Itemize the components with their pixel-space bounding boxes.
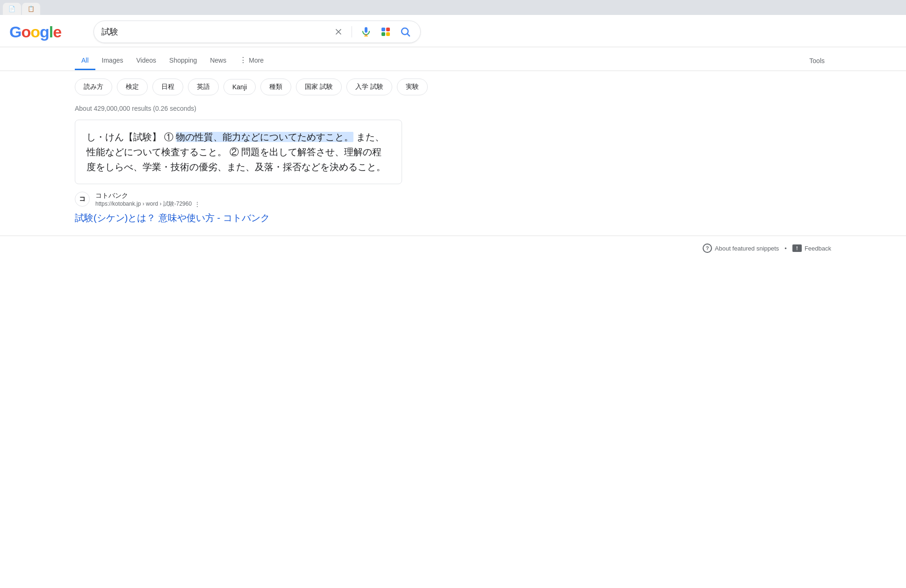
tab-images[interactable]: Images — [95, 52, 130, 70]
browser-tabs: 📄 📋 — [0, 0, 906, 15]
results-info: About 429,000,000 results (0.26 seconds) — [0, 103, 906, 120]
tab-more[interactable]: ⋮ More — [233, 51, 270, 71]
lens-button[interactable] — [378, 24, 393, 39]
footer-dot-separator: • — [784, 245, 787, 252]
snippet-text-before: し・けん【試験】 ① — [86, 132, 176, 142]
browser-tab-2[interactable]: 📋 — [22, 3, 40, 15]
svg-rect-2 — [386, 28, 390, 31]
tab-news[interactable]: News — [203, 52, 233, 70]
question-circle-icon: ? — [703, 244, 712, 253]
svg-rect-3 — [381, 32, 385, 36]
logo-o1: o — [21, 23, 30, 41]
chip-jikken[interactable]: 実験 — [397, 79, 428, 95]
chip-shurui[interactable]: 種類 — [260, 79, 291, 95]
tab-shopping[interactable]: Shopping — [163, 52, 203, 70]
voice-search-button[interactable] — [359, 24, 374, 39]
tab-all[interactable]: All — [75, 52, 95, 70]
source-row: コ コトバンク https://kotobank.jp › word › 試験-… — [75, 192, 402, 208]
source-name: コトバンク — [95, 192, 200, 200]
logo-e: e — [53, 23, 61, 41]
search-bar — [93, 21, 421, 43]
nav-tabs: All Images Videos Shopping News ⋮ More T… — [0, 47, 906, 71]
chip-yomikata[interactable]: 読み方 — [75, 79, 112, 95]
source-info: コトバンク https://kotobank.jp › word › 試験-72… — [95, 192, 200, 208]
result-link[interactable]: 試験(シケン)とは？ 意味や使い方 - コトバンク — [75, 212, 402, 224]
feedback-item[interactable]: ! Feedback — [792, 244, 831, 252]
svg-rect-0 — [365, 27, 367, 33]
search-bar-wrapper — [93, 21, 421, 43]
chip-nittei[interactable]: 日程 — [152, 79, 183, 95]
about-snippets-label: About featured snippets — [715, 245, 779, 252]
favicon-text: コ — [79, 195, 86, 203]
tab-tools[interactable]: Tools — [803, 52, 831, 69]
feedback-icon: ! — [792, 244, 802, 252]
featured-snippet: し・けん【試験】 ① 物の性質、能力などについてためすこと。 また、性能などにつ… — [75, 120, 402, 184]
logo-l: l — [49, 23, 53, 41]
google-logo[interactable]: G o o g l e — [9, 23, 61, 41]
tab-icon-1: 📄 — [8, 6, 15, 12]
results-count-text: About 429,000,000 results (0.26 seconds) — [75, 105, 196, 112]
chip-kentei[interactable]: 検定 — [117, 79, 148, 95]
snippet-highlight: 物の性質、能力などについてためすこと。 — [176, 132, 353, 142]
source-url-text[interactable]: https://kotobank.jp › word › 試験-72960 — [95, 200, 192, 208]
chip-nyugaku-shiken[interactable]: 入学 試験 — [346, 79, 392, 95]
chip-kokka-shiken[interactable]: 国家 試験 — [296, 79, 342, 95]
search-divider — [352, 26, 352, 37]
search-button[interactable] — [398, 24, 413, 39]
source-url-row: https://kotobank.jp › word › 試験-72960 ⋮ — [95, 200, 200, 208]
header: G o o g l e — [0, 15, 906, 47]
snippet-text: し・けん【試験】 ① 物の性質、能力などについてためすこと。 また、性能などにつ… — [86, 129, 390, 174]
chip-eigo[interactable]: 英語 — [188, 79, 219, 95]
logo-g1: G — [9, 23, 21, 41]
clear-button[interactable] — [332, 25, 345, 38]
source-more-button[interactable]: ⋮ — [194, 201, 200, 208]
chips-area: 読み方 検定 日程 英語 Kanji 種類 国家 試験 入学 試験 実験 — [0, 71, 906, 103]
search-input[interactable] — [101, 27, 327, 37]
logo-g2: g — [40, 23, 49, 41]
tab-videos[interactable]: Videos — [129, 52, 163, 70]
source-favicon: コ — [75, 192, 90, 207]
tab-icon-2: 📋 — [28, 6, 35, 12]
snippet-footer: ? About featured snippets • ! Feedback — [0, 236, 906, 260]
logo-o2: o — [30, 23, 40, 41]
feedback-label: Feedback — [805, 245, 831, 252]
browser-tab-1[interactable]: 📄 — [3, 3, 21, 15]
svg-rect-1 — [381, 28, 385, 31]
chip-kanji[interactable]: Kanji — [223, 79, 256, 95]
about-snippets-item[interactable]: ? About featured snippets — [703, 244, 779, 253]
svg-rect-4 — [386, 32, 390, 36]
logo-area: G o o g l e — [9, 23, 84, 41]
more-dots-icon: ⋮ — [239, 56, 247, 65]
